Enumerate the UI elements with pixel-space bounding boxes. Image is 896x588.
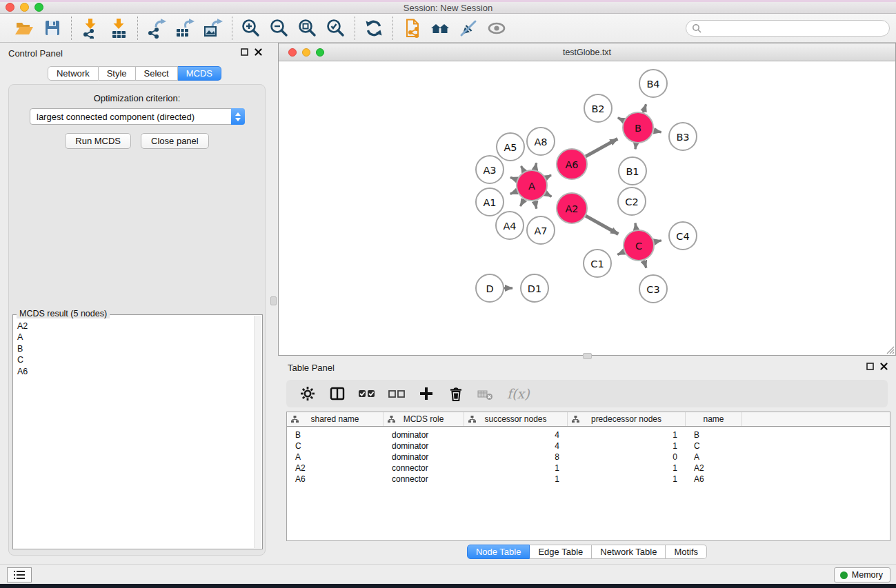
export-image-button[interactable] bbox=[202, 17, 224, 39]
graph-edge-A-A8[interactable] bbox=[535, 163, 537, 170]
table-cell[interactable]: A bbox=[686, 452, 742, 463]
table-cell[interactable]: A2 bbox=[686, 463, 742, 474]
function-builder-button[interactable]: f(x) bbox=[507, 383, 530, 404]
graph-edge-A-A5[interactable] bbox=[521, 166, 524, 172]
task-history-button[interactable] bbox=[7, 567, 32, 582]
select-all-columns-button[interactable] bbox=[359, 383, 375, 404]
close-panel-button[interactable]: Close panel bbox=[141, 133, 209, 149]
table-cell[interactable]: connector bbox=[384, 463, 464, 474]
panel-splitter-vertical[interactable] bbox=[269, 43, 278, 564]
new-network-from-selection-button[interactable] bbox=[401, 17, 423, 39]
graph-node-A3[interactable]: A3 bbox=[476, 156, 504, 183]
table-cell[interactable]: 1 bbox=[568, 474, 686, 485]
tab-edge-table[interactable]: Edge Table bbox=[530, 545, 592, 559]
delete-column-button[interactable] bbox=[448, 383, 464, 404]
import-table-button[interactable] bbox=[108, 17, 130, 39]
graph-edge-A-A2[interactable] bbox=[546, 193, 551, 196]
table-cell[interactable]: 1 bbox=[568, 429, 686, 440]
graph-node-C1[interactable]: C1 bbox=[584, 250, 611, 277]
zoom-selected-button[interactable] bbox=[325, 17, 347, 39]
table-cell[interactable]: B bbox=[287, 429, 384, 440]
table-cell[interactable]: 1 bbox=[568, 463, 686, 474]
graph-node-A7[interactable]: A7 bbox=[527, 216, 555, 244]
table-cell[interactable]: C bbox=[287, 440, 384, 452]
mcds-result-item[interactable]: A bbox=[14, 332, 252, 343]
import-network-button[interactable] bbox=[79, 17, 101, 39]
tab-node-table[interactable]: Node Table bbox=[467, 545, 530, 559]
column-header-MCDS-role[interactable]: MCDS role bbox=[384, 412, 464, 426]
column-header-name[interactable]: name bbox=[686, 412, 742, 426]
graph-edge-C-C4[interactable] bbox=[654, 241, 661, 242]
close-panel-icon[interactable] bbox=[255, 48, 262, 56]
unselect-all-columns-button[interactable] bbox=[388, 383, 405, 404]
tab-style[interactable]: Style bbox=[99, 66, 136, 81]
mcds-result-item[interactable]: B bbox=[14, 343, 252, 354]
table-cell[interactable]: 1 bbox=[568, 440, 686, 452]
graph-edge-A-A1[interactable] bbox=[510, 191, 517, 194]
graph-edge-A-A4[interactable] bbox=[520, 199, 524, 206]
graph-node-B1[interactable]: B1 bbox=[619, 157, 646, 185]
table-cell[interactable]: 8 bbox=[464, 452, 568, 463]
table-cell[interactable]: 1 bbox=[464, 463, 568, 474]
close-table-panel-icon[interactable] bbox=[880, 363, 888, 370]
show-graphics-details-button[interactable] bbox=[486, 17, 508, 39]
result-list-scrollbar[interactable] bbox=[254, 316, 261, 548]
window-resize-grip[interactable] bbox=[884, 344, 895, 354]
table-cell[interactable]: C bbox=[686, 440, 742, 452]
search-input[interactable] bbox=[705, 22, 889, 34]
graph-edge-C-C2[interactable] bbox=[635, 223, 637, 230]
table-cell[interactable]: A6 bbox=[686, 474, 742, 485]
graph-edge-B-B2[interactable] bbox=[618, 118, 624, 121]
memory-button[interactable]: Memory bbox=[834, 567, 890, 582]
table-cell[interactable]: A2 bbox=[287, 463, 384, 474]
export-table-button[interactable] bbox=[174, 17, 196, 39]
table-cell[interactable]: 0 bbox=[568, 452, 686, 463]
float-table-panel-icon[interactable] bbox=[866, 363, 874, 370]
graph-node-D[interactable]: D bbox=[476, 274, 504, 302]
graph-node-B3[interactable]: B3 bbox=[669, 123, 697, 150]
graph-node-A8[interactable]: A8 bbox=[527, 128, 555, 155]
apply-layout-refresh-button[interactable] bbox=[363, 17, 385, 39]
graph-node-A[interactable]: A bbox=[517, 170, 547, 201]
table-mode-gear-button[interactable] bbox=[299, 383, 316, 404]
splitter-handle[interactable] bbox=[270, 296, 277, 305]
save-session-button[interactable] bbox=[41, 17, 63, 39]
table-cell[interactable]: A6 bbox=[287, 474, 384, 485]
graph-node-C4[interactable]: C4 bbox=[669, 222, 697, 250]
tab-motifs[interactable]: Motifs bbox=[666, 545, 707, 559]
criterion-select[interactable]: largest connected component (directed) bbox=[30, 108, 245, 125]
table-cell[interactable]: 4 bbox=[464, 440, 568, 452]
graph-edge-A-A3[interactable] bbox=[510, 177, 517, 180]
mcds-result-item[interactable]: A6 bbox=[14, 366, 252, 377]
table-cell[interactable]: dominator bbox=[384, 429, 464, 440]
hide-labels-button[interactable] bbox=[457, 17, 479, 39]
open-session-button[interactable] bbox=[13, 17, 35, 39]
tab-network-table[interactable]: Network Table bbox=[592, 545, 666, 559]
zoom-in-button[interactable] bbox=[240, 17, 262, 39]
graph-edge-C-C1[interactable] bbox=[617, 252, 624, 254]
network-canvas[interactable]: B4B2BB3A8A5A6A3B1AA1C2A2A4A7C4CC1C3DD1 bbox=[279, 61, 895, 355]
tab-mcds[interactable]: MCDS bbox=[178, 66, 221, 81]
graph-edge-A-A6[interactable] bbox=[546, 175, 551, 178]
graph-node-A2[interactable]: A2 bbox=[557, 193, 587, 223]
table-cell[interactable]: A bbox=[287, 452, 384, 463]
graph-node-A5[interactable]: A5 bbox=[497, 133, 524, 161]
float-panel-icon[interactable] bbox=[241, 48, 248, 56]
graph-edge-B-B3[interactable] bbox=[654, 131, 661, 132]
mcds-result-item[interactable]: C bbox=[14, 354, 252, 365]
graph-edge-C-C3[interactable] bbox=[644, 261, 646, 268]
graph-node-C2[interactable]: C2 bbox=[618, 187, 646, 215]
graph-node-B4[interactable]: B4 bbox=[639, 70, 667, 97]
table-cell[interactable]: 1 bbox=[464, 474, 568, 485]
tab-network[interactable]: Network bbox=[48, 66, 99, 81]
graph-edge-A6-B[interactable] bbox=[586, 139, 617, 156]
graph-edge-B-B1[interactable] bbox=[635, 143, 636, 149]
column-header-shared-name[interactable]: shared name bbox=[287, 412, 384, 426]
export-network-button[interactable] bbox=[146, 17, 168, 39]
search-box[interactable] bbox=[686, 20, 890, 37]
graph-node-D1[interactable]: D1 bbox=[521, 274, 548, 302]
zoom-fit-button[interactable] bbox=[297, 17, 319, 39]
graph-node-A4[interactable]: A4 bbox=[496, 212, 524, 239]
delete-table-button[interactable] bbox=[477, 383, 494, 404]
table-cell[interactable]: B bbox=[686, 429, 742, 440]
